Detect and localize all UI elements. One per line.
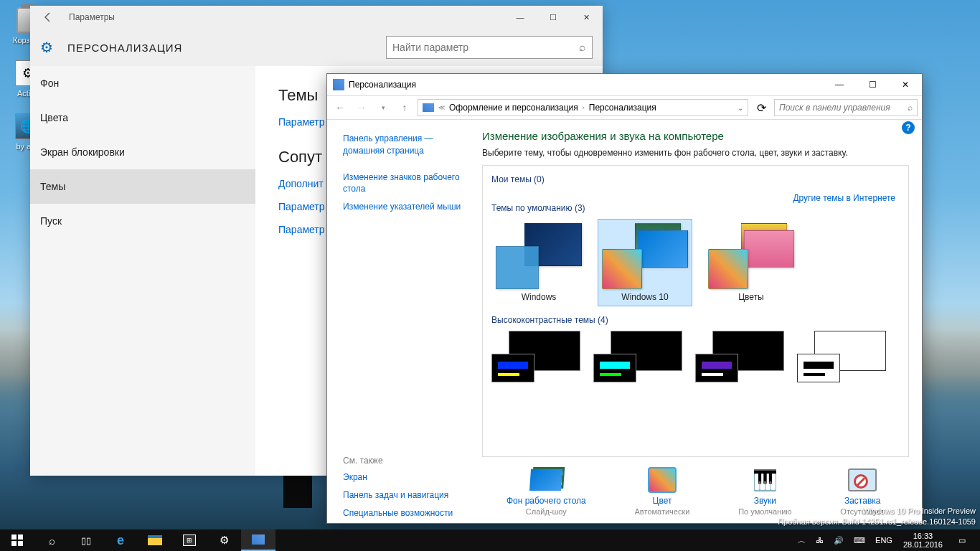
sidebar-link-taskbar[interactable]: Панель задач и навигация	[343, 486, 478, 504]
settings-heading: ПЕРСОНАЛИЗАЦИЯ	[67, 42, 182, 54]
back-button[interactable]	[30, 6, 66, 29]
search-icon: ⌕	[49, 534, 55, 547]
tray-volume-button[interactable]: 🔊	[829, 536, 849, 545]
settings-search[interactable]: ⌕	[386, 36, 593, 59]
minimize-button[interactable]: —	[823, 74, 856, 95]
hc-theme-4[interactable]	[797, 331, 886, 382]
cp-search[interactable]: ⌕	[774, 99, 918, 116]
maximize-button[interactable]: ☐	[537, 6, 570, 29]
themes-panel: Мои темы (0) Другие темы в Интернете Тем…	[482, 165, 909, 457]
hc-theme-3[interactable]	[695, 331, 784, 382]
clock-time: 16:33	[913, 532, 933, 540]
minimize-button[interactable]: —	[504, 6, 537, 29]
settings-header: ⚙ ПЕРСОНАЛИЗАЦИЯ ⌕	[30, 29, 603, 66]
taskbar: ⌕ ▯▯ e ⊞ ⚙ ︿ 🖧 🔊 ⌨ ENG 16:33 28.01.2016 …	[0, 529, 980, 551]
theme-flowers[interactable]: Цветы	[704, 219, 798, 306]
breadcrumb-segment[interactable]: Персонализация	[589, 103, 656, 113]
sidebar-item-colors[interactable]: Цвета	[30, 100, 255, 135]
search-icon: ⌕	[579, 41, 586, 54]
tray-keyboard-button[interactable]: ⌨	[849, 536, 870, 545]
taskview-icon: ▯▯	[81, 535, 91, 546]
personalization-icon	[423, 103, 434, 112]
window-title: Параметры	[69, 12, 115, 22]
nav-up-button[interactable]: ↑	[396, 99, 413, 116]
sidebar-item-background[interactable]: Фон	[30, 66, 255, 100]
sidebar-link-change-cursors[interactable]: Изменение указателей мыши	[343, 198, 478, 216]
taskbar-app-explorer[interactable]	[138, 529, 172, 551]
settings-sidebar: Фон Цвета Экран блокировки Темы Пуск	[30, 66, 255, 476]
wallpaper-icon	[529, 466, 563, 494]
sidebar-link-change-icons[interactable]: Изменение значков рабочего стола	[343, 169, 478, 199]
nav-back-button[interactable]: ←	[331, 99, 349, 116]
sidebar-item-themes[interactable]: Темы	[30, 169, 255, 204]
volume-icon: 🔊	[834, 536, 844, 545]
action-center-button[interactable]: ▭	[948, 536, 976, 545]
tray-network-button[interactable]: 🖧	[811, 536, 829, 545]
sidebar-link-accessibility[interactable]: Специальные возможности	[343, 504, 478, 522]
settings-titlebar[interactable]: Параметры — ☐ ✕	[30, 6, 603, 29]
arrow-left-icon	[42, 11, 54, 23]
search-input[interactable]	[392, 42, 579, 53]
footer-desktop-background[interactable]: Фон рабочего стола Слайд-шоу	[507, 466, 586, 516]
main-subtext: Выберите тему, чтобы одновременно измени…	[482, 148, 909, 158]
tray-clock[interactable]: 16:33 28.01.2016	[897, 532, 948, 549]
footer-sub: Слайд-шоу	[526, 507, 567, 516]
theme-windows[interactable]: Windows	[491, 219, 586, 306]
section-hc-themes: Высококонтрастные темы (4)	[491, 315, 900, 325]
cp-titlebar[interactable]: Персонализация — ☐ ✕	[327, 74, 922, 95]
tray-overflow-button[interactable]: ︿	[793, 535, 811, 546]
gear-icon: ⚙	[220, 534, 229, 547]
tray-language-button[interactable]: ENG	[870, 536, 897, 545]
taskbar-app-store[interactable]: ⊞	[172, 529, 207, 551]
start-button[interactable]	[0, 529, 34, 551]
close-button[interactable]: ✕	[889, 74, 922, 95]
nav-recent-button[interactable]: ▾	[374, 99, 392, 116]
footer-link: Цвет	[653, 496, 672, 506]
see-also-heading: См. также	[343, 453, 478, 468]
breadcrumb-segment[interactable]: Оформление и персонализация	[449, 103, 578, 113]
theme-label: Цветы	[738, 292, 764, 302]
taskview-button[interactable]: ▯▯	[69, 529, 103, 551]
svg-rect-2	[11, 541, 17, 546]
system-tray: ︿ 🖧 🔊 ⌨ ENG 16:33 28.01.2016 ▭	[793, 529, 980, 551]
address-bar[interactable]: ≪ Оформление и персонализация › Персонал…	[418, 99, 748, 116]
clock-date: 28.01.2016	[903, 540, 943, 549]
maximize-button[interactable]: ☐	[856, 74, 889, 95]
theme-label: Windows 10	[621, 292, 668, 302]
folder-icon	[148, 535, 162, 545]
link-online-themes[interactable]: Другие темы в Интернете	[793, 193, 895, 203]
hc-theme-1[interactable]	[491, 331, 580, 382]
theme-windows-10[interactable]: Windows 10	[598, 219, 692, 306]
theme-label: Windows	[522, 292, 557, 302]
keyboard-icon: ⌨	[854, 536, 865, 545]
taskbar-app-personalization[interactable]	[241, 529, 275, 551]
search-button[interactable]: ⌕	[34, 529, 69, 551]
chevron-right-icon: ›	[583, 104, 585, 111]
sidebar-item-lockscreen[interactable]: Экран блокировки	[30, 135, 255, 169]
personalization-icon	[333, 79, 344, 90]
footer-link: Фон рабочего стола	[507, 496, 586, 506]
network-icon: 🖧	[816, 536, 824, 545]
footer-link: Заставка	[844, 496, 881, 506]
hc-theme-2[interactable]	[593, 331, 682, 382]
chevron-down-icon[interactable]: ⌄	[738, 104, 743, 112]
taskbar-app-settings[interactable]: ⚙	[207, 529, 241, 551]
store-icon: ⊞	[183, 534, 196, 546]
footer-color[interactable]: Цвет Автоматически	[635, 466, 690, 516]
sounds-icon: 🎹	[748, 466, 782, 494]
sidebar-item-start[interactable]: Пуск	[30, 204, 255, 238]
nav-forward-button[interactable]: →	[353, 99, 370, 116]
taskbar-app-edge[interactable]: e	[103, 529, 138, 551]
hc-themes-row	[491, 331, 900, 382]
personalization-window: Персонализация — ☐ ✕ ← → ▾ ↑ ≪ Оформлени…	[326, 73, 923, 524]
chevron-up-icon: ︿	[798, 536, 806, 545]
sidebar-link-home[interactable]: Панель управления — домашняя страница	[343, 130, 478, 160]
notification-icon: ▭	[958, 536, 966, 545]
search-input[interactable]	[779, 103, 908, 113]
close-button[interactable]: ✕	[570, 6, 603, 29]
color-icon	[645, 466, 679, 494]
sidebar-link-screen[interactable]: Экран	[343, 468, 478, 486]
help-button[interactable]: ?	[902, 121, 915, 134]
refresh-button[interactable]: ⟳	[753, 99, 770, 116]
screensaver-icon	[845, 466, 880, 494]
